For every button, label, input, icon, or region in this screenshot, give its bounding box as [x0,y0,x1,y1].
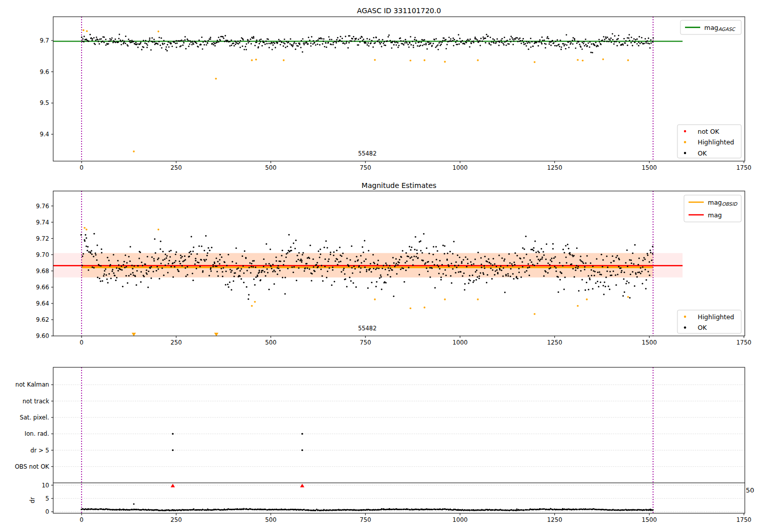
ok-point [117,260,119,261]
ok-point [217,261,219,262]
ok-point [278,39,280,41]
ok-point [162,268,163,269]
ok-point [169,251,170,252]
ok-point [103,42,105,43]
ok-point [269,289,270,290]
ok-point [130,246,131,248]
ok-point [493,40,495,41]
ok-point [651,259,653,261]
ok-point [302,252,304,253]
dr-point [82,508,84,510]
dr-point [98,509,100,510]
ok-point [473,263,474,265]
ok-point [285,277,286,278]
ok-point [381,46,383,48]
ok-point [464,289,466,291]
ok-point [566,34,567,35]
ok-point [182,40,184,42]
ok-point [177,269,178,271]
ok-point [512,265,513,267]
ok-point [192,44,193,46]
ok-point [584,266,586,268]
ok-point [99,265,100,267]
ok-point [606,255,607,257]
ok-point [296,280,297,281]
ok-point [123,42,125,44]
ok-point [453,39,455,41]
ok-point [306,42,308,44]
ok-point [203,42,204,43]
ok-point [624,272,625,273]
ok-point [331,39,332,41]
ok-point [352,38,354,40]
ok-point [556,45,557,47]
ok-point [405,39,406,41]
ok-point [407,44,409,46]
ok-point [399,259,400,260]
ok-point [321,265,322,267]
ok-point [303,44,305,46]
ok-point [538,250,539,252]
ok-point [299,44,300,45]
x-tick-label: 750 [360,339,371,346]
ok-point [471,43,472,44]
ok-point [260,279,261,281]
ok-point [543,251,544,253]
ok-point [258,270,260,271]
highlighted-point [444,298,446,300]
dr-point [356,509,357,511]
plot3-frame [53,367,745,513]
ok-point [155,252,156,254]
ok-point [619,42,620,44]
ok-point [486,261,488,262]
x-tick-label: 250 [171,516,182,523]
ok-point [437,45,439,46]
ok-point [315,44,317,46]
ok-point [450,41,452,42]
ok-point [479,276,480,277]
ok-point [300,47,301,49]
ok-point [252,266,254,268]
ok-point [405,270,407,271]
ok-point [645,279,647,281]
ok-point [571,263,573,265]
ok-point [610,40,611,41]
ok-point [272,271,274,273]
ok-point [84,36,85,37]
ok-point [375,269,376,270]
ok-point [243,39,244,41]
ok-point [492,39,494,40]
ok-point [184,36,186,37]
ok-point [172,276,174,278]
highlighted-point [582,60,584,62]
ok-point [280,44,281,46]
ok-point [576,265,577,267]
ok-point [496,42,497,43]
ok-point [523,257,525,258]
ok-point [616,41,617,43]
ok-point [368,250,369,251]
ok-point [586,255,588,257]
ok-point [628,282,630,283]
x-tick-label: 1000 [452,339,468,346]
ok-point [115,39,116,40]
ok-point [614,260,615,262]
ok-point [594,45,596,46]
ok-point [284,43,286,45]
ok-point [217,40,218,42]
ok-point [578,290,580,291]
ok-point [623,278,625,280]
ok-point [168,42,169,43]
ok-point [300,40,302,42]
ok-point [147,45,148,46]
y-tick-label: 9.62 [36,316,49,323]
ok-point [434,287,436,289]
ok-point [168,263,169,264]
ok-point [263,42,265,44]
ok-point [634,244,636,246]
ok-point [128,275,130,277]
dr-point [225,509,226,511]
ok-point [561,47,562,48]
ok-point [242,265,244,267]
ok-point [243,282,245,283]
